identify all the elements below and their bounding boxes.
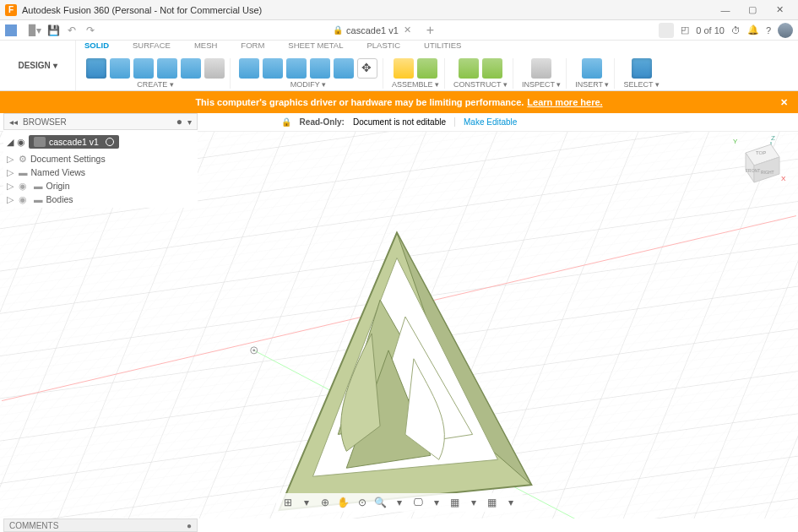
fillet-icon[interactable] (263, 58, 283, 79)
press-pull-icon[interactable] (239, 58, 259, 79)
insert-icon[interactable] (582, 58, 602, 79)
zoom-icon[interactable]: ⊙ (356, 496, 369, 509)
plane-icon[interactable] (459, 58, 479, 79)
view-cube[interactable]: Z Y TOP FRONT RIGHT X (729, 132, 788, 199)
tab-utilities[interactable]: UTILITIES (424, 41, 461, 50)
nav-dropdown-icon[interactable]: ▾ (300, 496, 313, 509)
minimize-button[interactable]: — (712, 5, 739, 15)
browser-pin-icon[interactable]: ● (176, 116, 182, 128)
joint-icon[interactable] (417, 58, 437, 79)
expand-icon[interactable]: ◢ (7, 137, 14, 147)
tree-item[interactable]: ▷◉▬ Bodies (3, 193, 198, 206)
group-construct-label[interactable]: CONSTRUCT ▾ (453, 80, 508, 89)
group-select: SELECT ▾ (618, 58, 664, 89)
readonly-lock-icon: 🔒 (281, 117, 291, 127)
new-component-icon[interactable] (394, 58, 414, 79)
tab-mesh[interactable]: MESH (194, 41, 217, 50)
document-tab[interactable]: 🔒 cascade1 v1 ✕ (324, 24, 420, 35)
orbit-icon[interactable]: ⊞ (281, 496, 295, 509)
group-insert: INSERT ▾ (570, 58, 615, 89)
extrude-icon[interactable] (133, 58, 154, 79)
undo-icon[interactable]: ↶ (65, 24, 79, 37)
orbit-tool-icon[interactable]: ⊕ (318, 496, 332, 509)
browser-dropdown-icon[interactable]: ▾ (187, 117, 192, 127)
grid-display-icon[interactable]: ▦ (448, 496, 462, 509)
notif-bell-icon[interactable]: 🔔 (747, 24, 759, 35)
chamfer-icon[interactable] (286, 58, 307, 79)
move-icon[interactable] (357, 58, 377, 79)
nav-dropdown-icon[interactable]: ▾ (467, 496, 480, 509)
maximize-button[interactable]: ▢ (739, 4, 766, 15)
group-insert-label[interactable]: INSERT ▾ (575, 80, 609, 89)
tab-form[interactable]: FORM (241, 41, 264, 50)
close-button[interactable]: ✕ (766, 4, 793, 15)
group-create-label[interactable]: CREATE ▾ (137, 80, 173, 89)
hole-icon[interactable] (204, 58, 225, 79)
nav-dropdown-icon[interactable]: ▾ (504, 496, 518, 509)
file-icon[interactable]: ▉▾ (28, 24, 41, 37)
display-icon[interactable]: 🖵 (411, 496, 425, 509)
user-avatar[interactable] (778, 23, 793, 38)
shell-icon[interactable] (310, 58, 330, 79)
visibility-icon[interactable]: ◉ (19, 194, 30, 204)
warning-close-icon[interactable]: ✕ (780, 97, 788, 108)
job-status-icon[interactable]: ◰ (681, 24, 689, 35)
tab-plastic[interactable]: PLASTIC (366, 41, 400, 50)
browser-collapse-icon[interactable]: ◂◂ (9, 117, 18, 127)
tree-item[interactable]: ▷⚙ Document Settings (3, 152, 198, 166)
activate-radio-icon[interactable] (106, 138, 114, 146)
zoom-window-icon[interactable]: 🔍 (374, 496, 388, 509)
group-select-label[interactable]: SELECT ▾ (623, 80, 659, 89)
notifications-icon[interactable]: ⏱ (731, 25, 741, 35)
browser-header[interactable]: ◂◂ BROWSER ● ▾ (3, 113, 198, 130)
lock-icon: 🔒 (333, 25, 343, 35)
save-icon[interactable]: 💾 (46, 24, 60, 37)
tree-item-label: Bodies (46, 194, 73, 204)
group-modify-label[interactable]: MODIFY ▾ (290, 80, 326, 89)
add-tab-button[interactable]: + (426, 23, 434, 38)
workspace-switcher[interactable]: DESIGN ▾ (0, 41, 76, 90)
tab-title: cascade1 v1 (346, 25, 399, 35)
comments-pin-icon[interactable]: ● (187, 521, 192, 530)
tab-sheet-metal[interactable]: SHEET METAL (288, 41, 343, 50)
tree-item-label: Origin (46, 181, 70, 191)
gear-icon: ⚙ (19, 154, 27, 164)
navigation-bar: ⊞ ▾ ⊕ ✋ ⊙ 🔍 ▾ 🖵 ▾ ▦ ▾ ▦ ▾ (276, 493, 523, 512)
visibility-icon[interactable]: ◉ (19, 181, 30, 191)
tab-solid[interactable]: SOLID (84, 41, 109, 50)
revolve-icon[interactable] (157, 58, 177, 79)
tab-close-icon[interactable]: ✕ (404, 24, 411, 35)
viewport-layout-icon[interactable]: ▦ (486, 496, 499, 509)
tree-item[interactable]: ▷▬ Named Views (3, 166, 198, 179)
data-panel-icon[interactable] (5, 24, 17, 36)
group-assemble: ASSEMBLE ▾ (387, 58, 445, 89)
select-icon[interactable] (632, 58, 652, 79)
group-assemble-label[interactable]: ASSEMBLE ▾ (392, 80, 439, 89)
box-icon[interactable] (110, 58, 130, 79)
make-editable-button[interactable]: Make Editable (454, 117, 517, 127)
tab-surface[interactable]: SURFACE (133, 41, 171, 50)
group-inspect-label[interactable]: INSPECT ▾ (522, 80, 561, 89)
browser-tree: ◢ ◉ cascade1 v1 ▷⚙ Document Settings ▷▬ … (3, 130, 198, 208)
axis-icon[interactable] (482, 58, 502, 79)
help-icon[interactable]: ? (766, 25, 771, 35)
pan-icon[interactable]: ✋ (337, 496, 350, 509)
draft-icon[interactable] (334, 58, 354, 79)
warning-bar: This computer's graphics driver or hardw… (0, 91, 798, 113)
sweep-icon[interactable] (181, 58, 201, 79)
comments-panel[interactable]: COMMENTS ● (3, 518, 198, 532)
nav-dropdown-icon[interactable]: ▾ (393, 496, 406, 509)
redo-icon[interactable]: ↷ (84, 24, 97, 37)
warning-link[interactable]: Learn more here. (527, 97, 602, 107)
tree-root[interactable]: cascade1 v1 (29, 135, 119, 149)
axis-x-label: X (781, 175, 786, 182)
visibility-icon[interactable]: ◉ (17, 137, 25, 147)
sketch-icon[interactable] (86, 58, 106, 79)
folder-icon: ▬ (34, 194, 43, 204)
ribbon-tabs: SOLID SURFACE MESH FORM SHEET METAL PLAS… (84, 41, 461, 50)
extensions-icon[interactable] (659, 23, 674, 38)
group-construct: CONSTRUCT ▾ (448, 58, 513, 89)
nav-dropdown-icon[interactable]: ▾ (430, 496, 443, 509)
measure-icon[interactable] (531, 58, 551, 79)
tree-item[interactable]: ▷◉▬ Origin (3, 179, 198, 193)
